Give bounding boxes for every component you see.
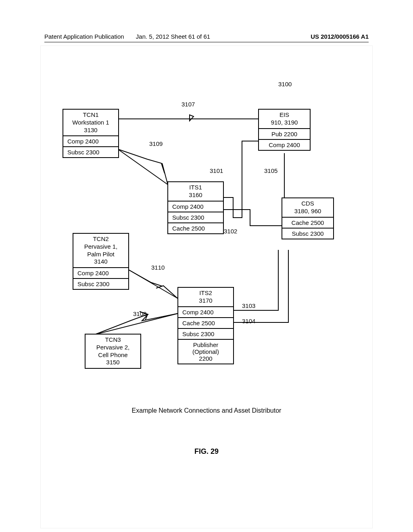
ref-3109: 3109 xyxy=(149,140,163,147)
tcn3-title1: TCN3 xyxy=(105,336,121,343)
its1-title1: ITS1 xyxy=(189,184,202,191)
tcn3-title3: Cell Phone xyxy=(98,351,127,358)
tcn2-title2: Pervasive 1, xyxy=(84,243,118,250)
its2-pub2: (Optional) xyxy=(192,348,219,355)
tcn3-title2: Pervasive 2, xyxy=(96,344,130,351)
header-left-text: Patent Application Publication xyxy=(44,33,124,40)
cds-cache: Cache 2500 xyxy=(282,218,333,229)
figure-caption: Example Network Connections and Asset Di… xyxy=(40,407,373,414)
figure-number: FIG. 29 xyxy=(0,447,413,456)
tcn1-comp: Comp 2400 xyxy=(63,136,118,147)
tcn3-title4: 3150 xyxy=(106,359,119,366)
eis-comp: Comp 2400 xyxy=(259,140,310,150)
tcn1-title2: Workstation 1 xyxy=(72,119,109,126)
ref-3103: 3103 xyxy=(242,302,255,309)
eis-pub: Pub 2200 xyxy=(259,129,310,140)
its2-title2: 3170 xyxy=(199,297,212,304)
ref-3105: 3105 xyxy=(264,167,277,174)
its1-header: ITS1 3160 xyxy=(168,182,223,202)
its1-box: ITS1 3160 Comp 2400 Subsc 2300 Cache 250… xyxy=(167,181,224,234)
its1-cache: Cache 2500 xyxy=(168,223,223,233)
its2-pub3: 2200 xyxy=(199,355,212,362)
eis-title1: EIS xyxy=(280,111,289,118)
tcn2-comp: Comp 2400 xyxy=(73,268,128,279)
its1-title2: 3160 xyxy=(189,191,202,198)
figure-diagram: 3100 3107 3109 3101 3105 3102 3110 3108 … xyxy=(40,73,373,435)
tcn1-box: TCN1 Workstation 1 3130 Comp 2400 Subsc … xyxy=(63,109,119,158)
tcn1-subsc: Subsc 2300 xyxy=(63,147,118,157)
its2-cache: Cache 2500 xyxy=(178,318,233,329)
its2-comp: Comp 2400 xyxy=(178,307,233,318)
ref-3100: 3100 xyxy=(278,81,292,87)
ref-3102: 3102 xyxy=(224,228,237,235)
tcn3-header: TCN3 Pervasive 2, Cell Phone 3150 xyxy=(86,335,140,368)
page-header: Patent Application Publication Jan. 5, 2… xyxy=(0,33,413,40)
header-right-text: US 2012/0005166 A1 xyxy=(311,33,369,40)
eis-box: EIS 910, 3190 Pub 2200 Comp 2400 xyxy=(258,109,311,151)
tcn2-title1: TCN2 xyxy=(93,235,108,242)
its2-header: ITS2 3170 xyxy=(178,288,233,307)
header-left: Patent Application Publication Jan. 5, 2… xyxy=(44,33,210,40)
tcn2-title4: 3140 xyxy=(94,258,107,265)
tcn1-header: TCN1 Workstation 1 3130 xyxy=(63,110,118,136)
cds-title1: CDS xyxy=(301,200,314,207)
eis-header: EIS 910, 3190 xyxy=(259,110,310,129)
tcn2-title3: Palm Pilot xyxy=(87,251,115,258)
its2-pub: Publisher (Optional) 2200 xyxy=(178,340,233,364)
ref-3101: 3101 xyxy=(210,167,223,174)
tcn2-subsc: Subsc 2300 xyxy=(73,279,128,289)
tcn3-box: TCN3 Pervasive 2, Cell Phone 3150 xyxy=(85,334,141,369)
cds-header: CDS 3180, 960 xyxy=(282,198,333,218)
its1-comp: Comp 2400 xyxy=(168,202,223,212)
tcn2-box: TCN2 Pervasive 1, Palm Pilot 3140 Comp 2… xyxy=(73,233,129,290)
tcn2-header: TCN2 Pervasive 1, Palm Pilot 3140 xyxy=(73,234,128,268)
ref-3107: 3107 xyxy=(181,101,195,108)
its2-subsc: Subsc 2300 xyxy=(178,329,233,340)
eis-title2: 910, 3190 xyxy=(271,119,298,126)
ref-3108: 3108 xyxy=(133,310,146,317)
header-mid-text: Jan. 5, 2012 Sheet 61 of 61 xyxy=(136,33,210,40)
cds-box: CDS 3180, 960 Cache 2500 Subsc 2300 xyxy=(282,197,334,239)
tcn1-title1: TCN1 xyxy=(83,111,98,118)
its2-box: ITS2 3170 Comp 2400 Cache 2500 Subsc 230… xyxy=(177,287,234,364)
tcn1-title3: 3130 xyxy=(84,127,97,133)
header-rule xyxy=(44,42,369,42)
cds-subsc: Subsc 2300 xyxy=(282,229,333,239)
cds-title2: 3180, 960 xyxy=(294,208,321,214)
ref-3104: 3104 xyxy=(242,318,255,324)
its2-title1: ITS2 xyxy=(199,289,212,296)
its1-subsc: Subsc 2300 xyxy=(168,212,223,223)
its2-pub1: Publisher xyxy=(193,341,219,348)
ref-3110: 3110 xyxy=(151,264,165,271)
